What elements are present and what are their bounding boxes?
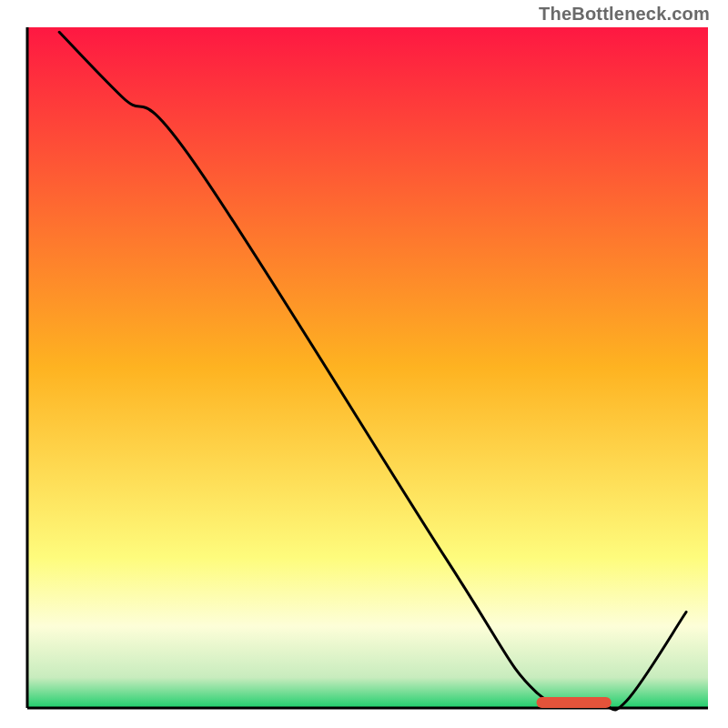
plot-background [27, 27, 708, 708]
optimal-range-marker [537, 697, 612, 708]
chart-stage: TheBottleneck.com [0, 0, 728, 728]
bottleneck-chart [0, 0, 728, 728]
